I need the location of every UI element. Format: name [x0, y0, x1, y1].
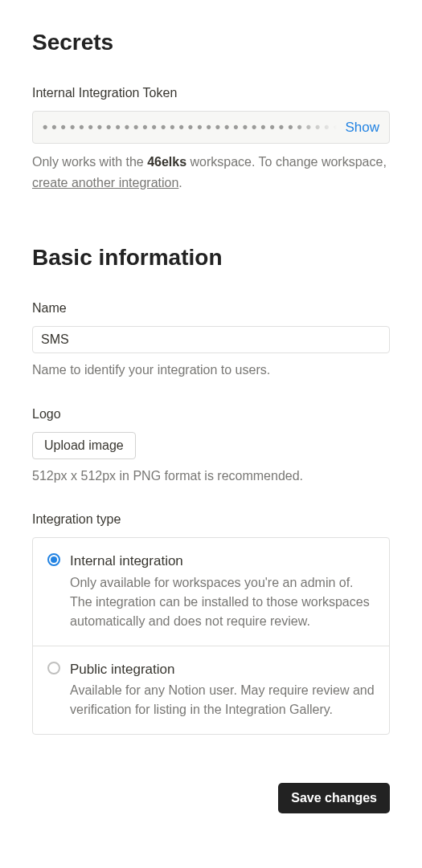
- basic-info-section: Basic information Name Name to identify …: [32, 241, 390, 735]
- workspace-name: 46elks: [147, 155, 186, 169]
- name-field-group: Name Name to identify your integration t…: [32, 299, 390, 381]
- integration-type-radio-group: Internal integration Only available for …: [32, 537, 390, 735]
- logo-label: Logo: [32, 405, 390, 424]
- radio-option-internal[interactable]: Internal integration Only available for …: [33, 538, 389, 646]
- type-label: Integration type: [32, 510, 390, 529]
- name-label: Name: [32, 299, 390, 318]
- radio-option-public[interactable]: Public integration Available for any Not…: [33, 646, 389, 735]
- token-label: Internal Integration Token: [32, 84, 390, 103]
- radio-indicator: [47, 662, 60, 674]
- create-integration-link[interactable]: create another integration: [32, 176, 178, 189]
- save-button[interactable]: Save changes: [278, 783, 390, 813]
- logo-field-group: Logo Upload image 512px x 512px in PNG f…: [32, 405, 390, 487]
- name-help: Name to identify your integration to use…: [32, 360, 390, 381]
- show-token-button[interactable]: Show: [337, 120, 379, 136]
- secrets-heading: Secrets: [32, 26, 390, 59]
- actions-row: Save changes: [32, 783, 390, 813]
- radio-desc-public: Available for any Notion user. May requi…: [70, 681, 375, 719]
- token-help-text: Only works with the 46elks workspace. To…: [32, 152, 390, 193]
- type-field-group: Integration type Internal integration On…: [32, 510, 390, 735]
- radio-title-internal: Internal integration: [70, 551, 375, 572]
- token-field: ••••••••••••••••••••••••••••••••••••••••…: [32, 111, 390, 144]
- logo-help: 512px x 512px in PNG format is recommend…: [32, 466, 390, 487]
- name-input[interactable]: [32, 326, 390, 353]
- token-masked-value: ••••••••••••••••••••••••••••••••••••••••…: [43, 116, 337, 138]
- upload-image-button[interactable]: Upload image: [32, 432, 136, 459]
- radio-desc-internal: Only available for workspaces you're an …: [70, 573, 375, 631]
- radio-title-public: Public integration: [70, 659, 375, 680]
- secrets-section: Secrets Internal Integration Token •••••…: [32, 26, 390, 193]
- basic-info-heading: Basic information: [32, 241, 390, 275]
- radio-indicator: [47, 553, 60, 566]
